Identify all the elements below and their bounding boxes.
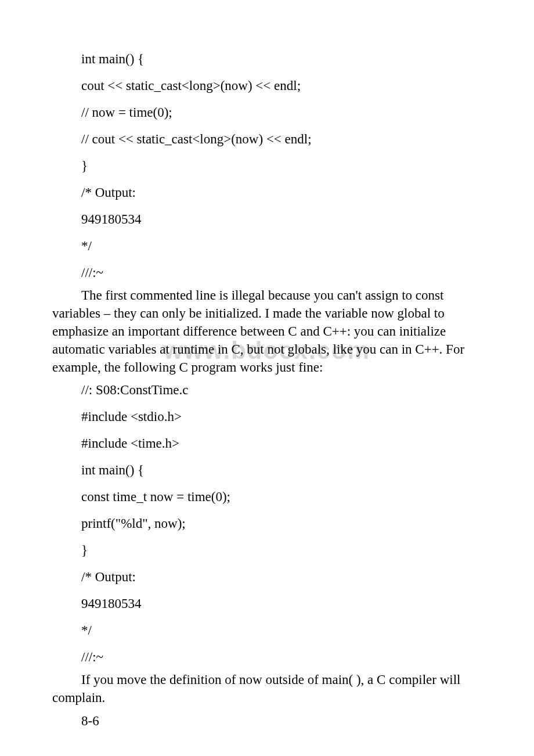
code-line: #include <time.h>	[81, 437, 482, 450]
code-line: */	[81, 239, 482, 253]
section-number: 8-6	[52, 714, 482, 729]
code-block-1: int main() { cout << static_cast<long>(n…	[52, 52, 482, 279]
code-line: printf("%ld", now);	[81, 517, 482, 530]
code-line: */	[81, 624, 482, 637]
code-line: // cout << static_cast<long>(now) << end…	[81, 132, 482, 146]
code-line: #include <stdio.h>	[81, 410, 482, 423]
code-line: /* Output:	[81, 186, 482, 199]
code-line: /* Output:	[81, 570, 482, 584]
code-line: //: S08:ConstTime.c	[81, 383, 482, 397]
code-line: }	[81, 543, 482, 557]
paragraph-1: The first commented line is illegal beca…	[52, 286, 482, 376]
code-line: }	[81, 159, 482, 172]
page-content: int main() { cout << static_cast<long>(n…	[52, 52, 482, 729]
code-line: cout << static_cast<long>(now) << endl;	[81, 79, 482, 92]
code-line: ///:~	[81, 266, 482, 279]
code-line: ///:~	[81, 650, 482, 664]
code-block-2: //: S08:ConstTime.c #include <stdio.h> #…	[52, 383, 482, 664]
code-line: int main() {	[81, 463, 482, 477]
code-line: const time_t now = time(0);	[81, 490, 482, 503]
code-line: 949180534	[81, 213, 482, 226]
code-line: int main() {	[81, 52, 482, 66]
code-line: // now = time(0);	[81, 106, 482, 119]
code-line: 949180534	[81, 597, 482, 610]
paragraph-2: If you move the definition of now outsid…	[52, 671, 482, 707]
